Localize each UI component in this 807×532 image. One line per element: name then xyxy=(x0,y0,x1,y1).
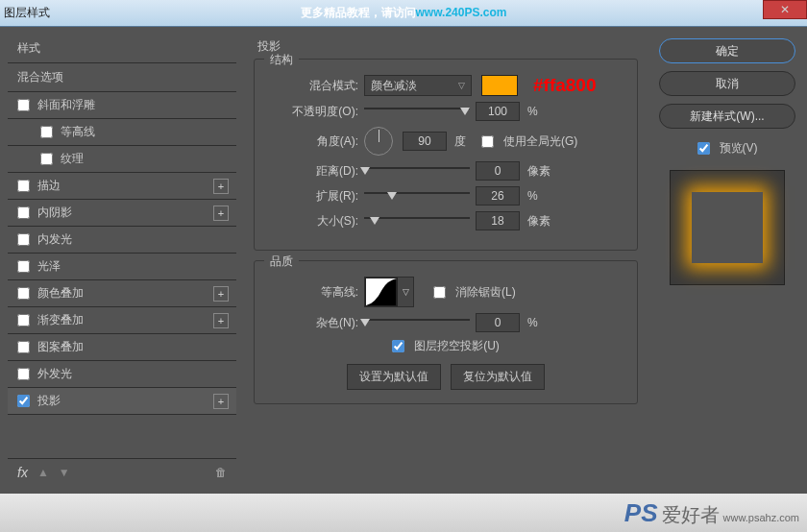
contour-thumbnail xyxy=(365,278,398,306)
global-light-checkbox[interactable] xyxy=(481,135,494,148)
knockout-checkbox[interactable] xyxy=(392,340,404,352)
style-label: 颜色叠加 xyxy=(37,285,84,302)
distance-row: 距离(D): 像素 xyxy=(266,161,625,181)
move-up-icon[interactable]: ▲ xyxy=(37,466,49,479)
preview-checkbox[interactable] xyxy=(697,142,710,155)
banner-text-1: 更多精品教程，请访问 xyxy=(301,5,416,21)
noise-unit: % xyxy=(527,316,538,329)
angle-input[interactable] xyxy=(403,132,447,151)
set-default-button[interactable]: 设置为默认值 xyxy=(347,364,441,390)
style-checkbox[interactable] xyxy=(17,395,30,407)
style-label: 等高线 xyxy=(61,124,95,140)
style-label: 光泽 xyxy=(37,258,61,275)
style-checkbox[interactable] xyxy=(17,206,30,219)
global-light-label: 使用全局光(G) xyxy=(503,133,577,150)
style-item-4[interactable]: 内阴影+ xyxy=(8,200,236,227)
angle-label: 角度(A): xyxy=(266,133,358,150)
antialias-label: 消除锯齿(L) xyxy=(455,284,516,301)
trash-icon[interactable]: 🗑 xyxy=(215,466,227,479)
noise-slider[interactable] xyxy=(364,316,470,329)
watermark: PS 爱好者 www.psahz.com xyxy=(624,498,799,528)
add-effect-icon[interactable]: + xyxy=(213,313,229,328)
fx-menu-icon[interactable]: fx xyxy=(17,465,28,480)
style-checkbox[interactable] xyxy=(17,233,30,246)
style-checkbox[interactable] xyxy=(40,126,53,138)
style-item-0[interactable]: 斜面和浮雕 xyxy=(8,92,236,119)
style-checkbox[interactable] xyxy=(17,341,30,353)
add-effect-icon[interactable]: + xyxy=(213,394,229,409)
blend-mode-select[interactable]: 颜色减淡 ▽ xyxy=(364,75,472,96)
knockout-row: 图层挖空投影(U) xyxy=(266,338,625,354)
contour-picker[interactable]: ▽ xyxy=(364,277,414,307)
size-input[interactable] xyxy=(476,211,520,230)
style-checkbox[interactable] xyxy=(17,314,30,326)
new-style-button[interactable]: 新建样式(W)... xyxy=(659,104,795,129)
blending-options[interactable]: 混合选项 xyxy=(8,63,236,92)
quality-fieldset: 品质 等高线: ▽ 消除锯齿(L) 杂色(N): % xyxy=(254,260,638,404)
effect-title: 投影 xyxy=(254,38,638,55)
cancel-button[interactable]: 取消 xyxy=(659,71,795,96)
style-checkbox[interactable] xyxy=(17,260,30,273)
spread-input[interactable] xyxy=(476,186,520,206)
add-effect-icon[interactable]: + xyxy=(213,206,229,221)
distance-input[interactable] xyxy=(476,161,520,181)
opacity-input[interactable] xyxy=(476,102,520,121)
default-buttons-row: 设置为默认值 复位为默认值 xyxy=(266,364,625,390)
angle-row: 角度(A): 度 使用全局光(G) xyxy=(266,127,625,156)
opacity-slider[interactable] xyxy=(364,105,470,118)
angle-dial[interactable] xyxy=(364,127,393,156)
size-slider[interactable] xyxy=(364,214,470,228)
spread-slider[interactable] xyxy=(364,189,470,203)
opacity-label: 不透明度(O): xyxy=(266,104,358,120)
spread-unit: % xyxy=(527,189,538,203)
styles-header[interactable]: 样式 xyxy=(8,35,236,63)
move-down-icon[interactable]: ▼ xyxy=(59,466,70,479)
blend-color-swatch[interactable] xyxy=(481,75,518,96)
style-list: 斜面和浮雕等高线纹理描边+内阴影+内发光光泽颜色叠加+渐变叠加+图案叠加外发光投… xyxy=(8,92,236,458)
preview-swatch xyxy=(692,192,763,263)
preview-toggle-row: 预览(V) xyxy=(697,140,758,157)
distance-slider[interactable] xyxy=(364,164,470,178)
style-checkbox[interactable] xyxy=(40,153,53,165)
style-checkbox[interactable] xyxy=(17,99,30,111)
add-effect-icon[interactable]: + xyxy=(213,179,229,194)
watermark-ps: PS xyxy=(624,498,658,528)
watermark-url: www.psahz.com xyxy=(723,512,799,523)
opacity-unit: % xyxy=(527,105,538,118)
style-label: 描边 xyxy=(37,178,61,194)
style-item-2[interactable]: 纹理 xyxy=(8,146,236,173)
dialog-body: 样式 混合选项 斜面和浮雕等高线纹理描边+内阴影+内发光光泽颜色叠加+渐变叠加+… xyxy=(0,27,807,494)
preview-label: 预览(V) xyxy=(720,140,758,157)
watermark-cn: 爱好者 xyxy=(662,502,720,528)
style-item-1[interactable]: 等高线 xyxy=(8,119,236,146)
style-checkbox[interactable] xyxy=(17,287,30,300)
style-item-10[interactable]: 外发光 xyxy=(8,361,236,388)
contour-label: 等高线: xyxy=(266,284,358,301)
style-checkbox[interactable] xyxy=(17,368,30,380)
quality-legend: 品质 xyxy=(264,254,299,270)
style-item-3[interactable]: 描边+ xyxy=(8,173,236,200)
ok-button[interactable]: 确定 xyxy=(659,38,795,63)
distance-label: 距离(D): xyxy=(266,163,358,180)
antialias-checkbox[interactable] xyxy=(433,286,446,299)
preview-box xyxy=(670,170,785,285)
style-label: 图案叠加 xyxy=(37,339,84,355)
style-item-9[interactable]: 图案叠加 xyxy=(8,334,236,361)
add-effect-icon[interactable]: + xyxy=(213,286,229,302)
style-item-6[interactable]: 光泽 xyxy=(8,254,236,280)
reset-default-button[interactable]: 复位为默认值 xyxy=(451,364,545,390)
style-item-5[interactable]: 内发光 xyxy=(8,227,236,254)
noise-row: 杂色(N): % xyxy=(266,313,625,332)
noise-input[interactable] xyxy=(476,313,520,332)
style-item-7[interactable]: 颜色叠加+ xyxy=(8,280,236,307)
style-checkbox[interactable] xyxy=(17,180,30,192)
blend-mode-value: 颜色减淡 xyxy=(371,78,417,94)
noise-label: 杂色(N): xyxy=(266,315,358,331)
style-label: 内阴影 xyxy=(37,205,72,221)
style-item-11[interactable]: 投影+ xyxy=(8,388,236,415)
style-item-8[interactable]: 渐变叠加+ xyxy=(8,307,236,334)
close-button[interactable]: ✕ xyxy=(763,0,807,19)
swatch-hex-annotation: #ffa800 xyxy=(533,75,597,96)
distance-unit: 像素 xyxy=(527,163,550,180)
chevron-down-icon: ▽ xyxy=(458,81,465,90)
